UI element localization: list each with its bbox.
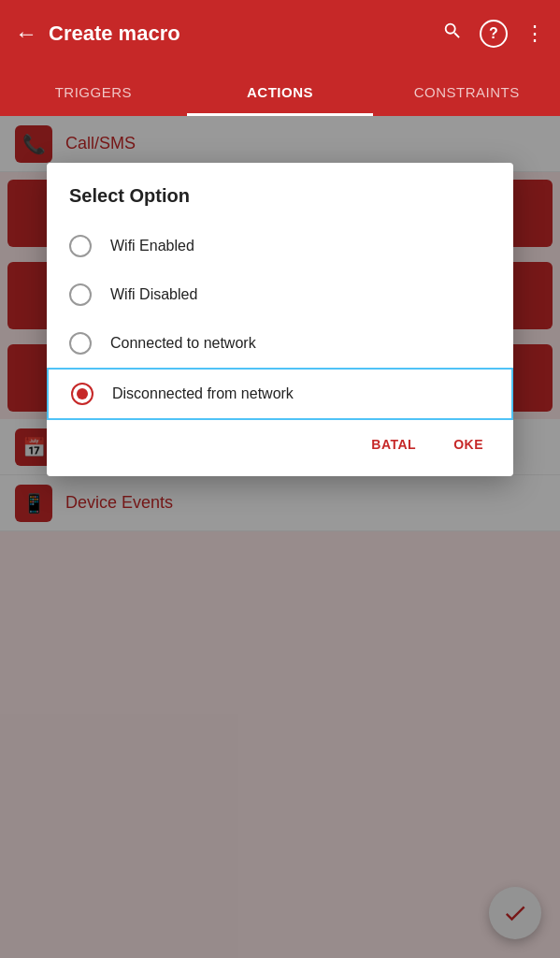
dialog-actions: BATAL OKE <box>47 420 513 465</box>
radio-wifi-enabled <box>69 235 92 257</box>
tab-triggers[interactable]: Triggers <box>0 67 187 116</box>
option-wifi-disabled-label: Wifi Disabled <box>110 285 197 305</box>
radio-wifi-disabled <box>69 283 92 306</box>
option-disconnected[interactable]: Disconnected from network <box>47 368 513 420</box>
more-options-icon[interactable]: ⋮ <box>524 22 545 46</box>
radio-connected <box>69 332 92 355</box>
page-title: Create macro <box>49 22 431 46</box>
option-wifi-disabled[interactable]: Wifi Disabled <box>47 270 513 319</box>
ok-button[interactable]: OKE <box>438 428 498 461</box>
help-icon[interactable]: ? <box>480 20 508 48</box>
app-header: ← Create macro ? ⋮ <box>0 0 560 67</box>
tab-actions[interactable]: Actions <box>187 67 374 116</box>
search-icon[interactable] <box>442 21 463 47</box>
option-connected-label: Connected to network <box>110 334 256 354</box>
tab-constraints[interactable]: Constraints <box>373 67 560 116</box>
cancel-button[interactable]: BATAL <box>356 428 431 461</box>
option-connected[interactable]: Connected to network <box>47 319 513 368</box>
option-disconnected-label: Disconnected from network <box>112 385 294 404</box>
tab-bar: Triggers Actions Constraints <box>0 67 560 116</box>
option-wifi-enabled-label: Wifi Enabled <box>110 237 194 256</box>
back-button[interactable]: ← <box>15 21 37 47</box>
dialog-title: Select Option <box>47 185 513 222</box>
select-option-dialog: Select Option Wifi Enabled Wifi Disabled… <box>47 163 513 476</box>
header-actions: ? ⋮ <box>442 20 545 48</box>
radio-disconnected <box>71 383 93 405</box>
radio-disconnected-fill <box>77 388 88 399</box>
main-content: 📞 Call/SMS ⌚ t/ us 🏃 <box>0 116 560 958</box>
option-wifi-enabled[interactable]: Wifi Enabled <box>47 222 513 270</box>
